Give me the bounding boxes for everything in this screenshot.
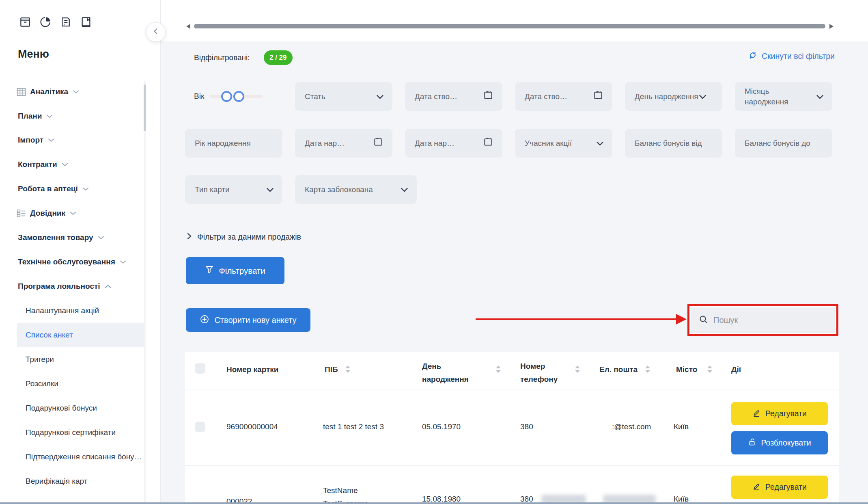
chevron-down-icon: [597, 138, 603, 149]
sidebar-scrollbar-thumb[interactable]: [144, 84, 146, 131]
sales-filters-expander[interactable]: Фільтри за даними продажів: [187, 232, 301, 242]
sidebar-item-analytics[interactable]: Аналітика: [17, 86, 79, 97]
unblock-button[interactable]: Розблокувати: [731, 431, 828, 454]
sidebar-item-label: Контракти: [18, 160, 57, 169]
app-root: Меню Аналітика Плани Імпорт Контракти Ро…: [0, 0, 868, 504]
filtered-count-badge: 2 / 29: [264, 50, 293, 65]
sidebar-scrollbar-track: [144, 80, 146, 503]
sidebar-item-import[interactable]: Імпорт: [18, 134, 54, 146]
archive-icon[interactable]: [19, 15, 32, 28]
chevron-down-icon: [377, 91, 383, 102]
funnel-icon: [205, 265, 214, 276]
calendar-icon: [483, 136, 493, 150]
card-type-select[interactable]: Тип карти: [185, 175, 282, 204]
sidebar-item-label: Програма лояльності: [18, 282, 100, 291]
birth-date-from-input[interactable]: Дата нар…: [295, 129, 392, 158]
book-icon[interactable]: [80, 15, 93, 28]
sidebar-item-directory[interactable]: Довідник: [17, 208, 76, 219]
search-icon: [699, 315, 709, 326]
sidebar-subitem-gift-bonuses[interactable]: Подарункові бонуси: [17, 396, 145, 420]
age-slider-handle-min[interactable]: [221, 91, 232, 102]
document-icon[interactable]: [59, 15, 72, 28]
edit-button[interactable]: Редагувати: [731, 402, 828, 425]
sort-icon[interactable]: [575, 366, 580, 373]
pie-chart-icon[interactable]: [39, 15, 52, 28]
edit-button[interactable]: Редагувати: [731, 476, 828, 499]
chevron-down-icon: [816, 91, 823, 102]
row-checkbox[interactable]: [195, 422, 205, 432]
birth-date-to-input[interactable]: Дата нар…: [405, 129, 502, 158]
create-questionnaire-button[interactable]: Створити нову анкету: [186, 308, 310, 332]
sidebar-top-icons: [19, 15, 93, 28]
sidebar-item-maintenance[interactable]: Технічне обслуговування: [18, 256, 126, 268]
unlock-icon: [748, 438, 756, 448]
age-slider-handle-max[interactable]: [233, 91, 244, 102]
sidebar-item-pharmacy-work[interactable]: Робота в аптеці: [18, 183, 88, 195]
select-all-checkbox[interactable]: [195, 363, 205, 374]
bonus-balance-from-input[interactable]: Баланс бонусів від: [625, 129, 722, 158]
sort-icon[interactable]: [496, 366, 501, 373]
sidebar-item-contracts[interactable]: Контракти: [18, 159, 68, 170]
sidebar-subitem-mailings[interactable]: Розсилки: [17, 372, 145, 396]
annotation-arrow-head: [676, 314, 687, 324]
sidebar-subitem-gift-certificates[interactable]: Подарункові сертифікати: [17, 421, 145, 444]
birth-year-input[interactable]: Рік народження: [185, 129, 282, 158]
sidebar-subitem-triggers[interactable]: Тригери: [17, 348, 145, 371]
sort-icon[interactable]: [645, 366, 650, 373]
created-date-from-input[interactable]: Дата ство…: [405, 82, 502, 111]
table-grid-icon: [17, 87, 26, 97]
search-input[interactable]: [713, 316, 827, 325]
sidebar-subitem-promo-settings[interactable]: Налаштування акцій: [17, 299, 145, 322]
chevron-down-icon: [73, 90, 79, 94]
birth-day-select[interactable]: День народження: [625, 82, 722, 111]
questionnaire-table: Номер картки ПІБ День народження Номер т…: [185, 352, 839, 504]
sidebar-item-label: Довідник: [30, 209, 65, 218]
sidebar-subitem-card-verification[interactable]: Верифікація карт: [17, 469, 145, 493]
chevron-down-icon: [98, 236, 104, 240]
annotation-highlight-box: [687, 304, 838, 336]
cell-name: TestName TestSurname: [323, 484, 380, 504]
column-header-email[interactable]: Ел. пошта: [599, 365, 638, 374]
cell-email: :@test.com: [612, 422, 651, 431]
cell-birthday: 05.05.1970: [422, 422, 461, 431]
calendar-icon: [483, 90, 493, 103]
filtered-label: Відфільтровані:: [194, 53, 250, 62]
filter-button[interactable]: Фільтрувати: [186, 257, 284, 284]
created-date-to-input[interactable]: Дата ство…: [515, 82, 612, 111]
reset-filters-link[interactable]: Скинути всі фільтри: [748, 50, 835, 62]
sidebar-item-goods-order[interactable]: Замовлення товару: [18, 232, 104, 243]
sidebar: Меню Аналітика Плани Імпорт Контракти Ро…: [0, 0, 161, 504]
search-field[interactable]: [691, 307, 835, 333]
pencil-icon: [752, 482, 761, 493]
sidebar-subitem-writeoff-confirmation[interactable]: Підтвердження списання бону…: [17, 445, 145, 469]
chevron-down-icon: [267, 184, 274, 195]
column-header-city[interactable]: Місто: [676, 365, 697, 374]
chevron-left-icon: [152, 27, 160, 37]
chevron-down-icon: [120, 260, 126, 264]
sidebar-subitem-questionnaire-list[interactable]: Список анкет: [17, 323, 145, 347]
sort-icon[interactable]: [345, 366, 350, 373]
chevron-up-icon: [105, 285, 111, 288]
sidebar-item-label: Плани: [18, 112, 42, 121]
gender-select[interactable]: Стать: [295, 82, 392, 111]
horizontal-scrollbar[interactable]: [194, 24, 825, 28]
card-blocked-select[interactable]: Карта заблокована: [295, 175, 417, 204]
column-header-phone[interactable]: Номер телефону: [520, 360, 581, 386]
chevron-down-icon: [48, 138, 54, 142]
column-header-card-number[interactable]: Номер картки: [226, 365, 279, 374]
sidebar-item-plans[interactable]: Плани: [18, 110, 52, 122]
hscroll-left-arrow-icon[interactable]: [186, 24, 190, 29]
chevron-down-icon: [401, 184, 408, 195]
column-header-birthday[interactable]: День народження: [422, 360, 481, 386]
hscroll-right-arrow-icon[interactable]: [829, 24, 834, 29]
birth-month-select[interactable]: Місяць народження: [735, 82, 832, 111]
sort-icon[interactable]: [707, 366, 712, 373]
bonus-balance-to-input[interactable]: Баланс бонусів до: [735, 129, 832, 158]
promo-member-select[interactable]: Учасник акції: [515, 129, 612, 158]
column-header-actions: Дії: [731, 365, 741, 374]
sidebar-item-loyalty-program[interactable]: Програма лояльності: [18, 281, 111, 292]
sidebar-collapse-button[interactable]: [146, 22, 166, 42]
cell-phone: 380: [520, 422, 533, 431]
cell-name: test 1 test 2 test 3: [323, 422, 384, 431]
column-header-name[interactable]: ПІБ: [325, 365, 338, 374]
